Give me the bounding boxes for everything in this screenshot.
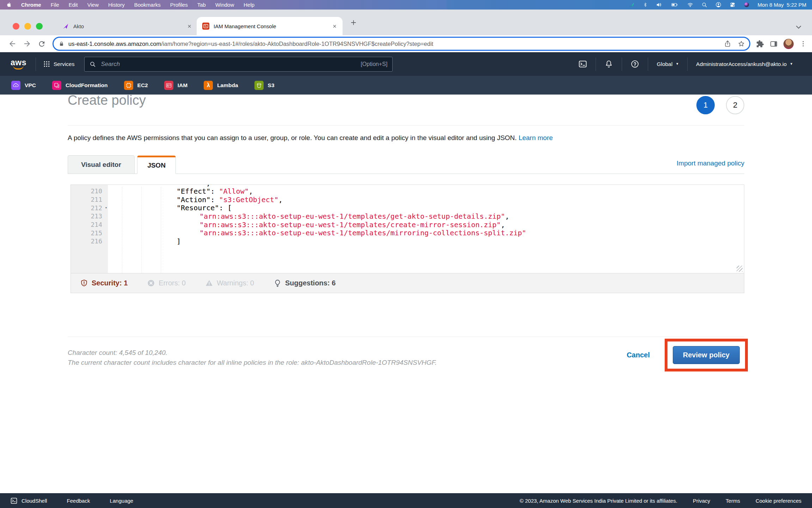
extensions-icon[interactable] [756,40,764,48]
search-input[interactable] [100,60,356,68]
cloudshell-icon [11,497,17,504]
footer-feedback[interactable]: Feedback [67,498,90,504]
chevron-down-icon: ▼ [790,62,793,66]
tab-visual-editor[interactable]: Visual editor [68,155,135,174]
code-line: 213 "arn:aws:s3:::akto-setup-eu-west-1/t… [71,212,744,220]
footer-privacy[interactable]: Privacy [693,498,710,504]
import-managed-policy-link[interactable]: Import managed policy [677,159,744,167]
notifications-bell-icon[interactable] [596,60,622,68]
battery-icon[interactable] [670,2,679,8]
lambda-icon: λ [204,81,213,90]
bookmark-star-icon[interactable] [738,40,745,48]
security-findings[interactable]: Security: 1 [80,279,128,287]
code-line: 212▾ "Resource": [ [71,204,744,212]
region-selector[interactable]: Global▼ [648,61,687,67]
help-icon[interactable] [622,60,648,68]
tab-search-chevron-icon[interactable] [796,25,801,29]
json-code-editor[interactable]: ", 210 "Effect": "Allow", 211 "Action": … [71,185,744,273]
url-path: /iam/home?region=us-east-1#/roles/akto-A… [161,41,433,47]
page-title: Create policy [68,95,744,109]
menubar-clock[interactable]: Mon 8 May 5:22 PM [758,2,806,8]
wizard-steps: 1 2 [696,96,744,114]
close-tab-icon[interactable] [332,24,337,29]
cloudshell-terminal-icon[interactable] [570,60,596,68]
new-tab-button[interactable] [350,19,357,26]
favorite-ec2[interactable]: EC2 [124,81,148,90]
reload-icon[interactable] [38,40,46,48]
iam-icon [164,81,173,90]
wifi-icon[interactable] [687,2,694,8]
aws-smile-icon [13,65,24,69]
menubar-item-profiles[interactable]: Profiles [170,2,188,8]
menubar-item-edit[interactable]: Edit [69,2,78,8]
close-tab-icon[interactable] [187,24,192,29]
editor-resize-handle[interactable] [737,266,743,272]
akto-favicon [62,23,69,30]
zoom-window-button[interactable] [36,23,43,30]
page-title-clip: Create policy [68,95,744,111]
iam-console-favicon [202,23,209,30]
forward-icon[interactable] [23,40,31,48]
chrome-menu-kebab-icon[interactable] [799,40,807,48]
ec2-icon [124,81,133,90]
cancel-link[interactable]: Cancel [627,351,650,359]
suggestions-count[interactable]: Suggestions: 6 [273,279,336,287]
raycast-icon[interactable] [744,2,750,8]
footer-cookie-preferences[interactable]: Cookie preferences [756,498,801,504]
spotlight-icon[interactable] [702,2,707,8]
bluetooth-icon[interactable] [643,2,648,8]
menubar-item-history[interactable]: History [108,2,125,8]
url-bar[interactable]: us-east-1.console.aws.amazon.com/iam/hom… [53,37,750,51]
aws-logo[interactable]: aws [11,59,26,69]
chrome-toolbar: us-east-1.console.aws.amazon.com/iam/hom… [0,35,812,52]
cloudformation-icon [52,81,61,90]
profile-avatar[interactable] [783,39,794,49]
services-menu[interactable]: Services [44,61,74,67]
menubar-item-file[interactable]: File [51,2,59,8]
code-line: 211 "Action": "s3:GetObject", [71,195,744,204]
footer-terms[interactable]: Terms [726,498,740,504]
menubar-item-view[interactable]: View [87,2,99,8]
menubar-item-bookmarks[interactable]: Bookmarks [134,2,161,8]
apple-menu-icon[interactable] [6,2,12,8]
error-circle-icon [147,279,155,287]
menubar-item-tab[interactable]: Tab [197,2,206,8]
footer-language[interactable]: Language [110,498,133,504]
editor-status-bar: Security: 1 Errors: 0 Warnings: 0 Sugges… [71,273,744,293]
favorite-vpc[interactable]: VPC [11,81,36,90]
favorite-lambda[interactable]: λ Lambda [204,81,238,90]
account-menu[interactable]: AdministratorAccess/ankush@akto.io▼ [688,61,801,67]
footer-cloudshell[interactable]: CloudShell [11,497,47,504]
tab-akto[interactable]: Akto [57,17,197,35]
s3-icon [254,81,264,90]
share-icon[interactable] [724,40,731,48]
code-fold-icon[interactable]: ▾ [105,206,107,210]
services-grid-icon [44,61,50,67]
menubar-item-window[interactable]: Window [215,2,234,8]
minimize-window-button[interactable] [24,23,31,30]
side-panel-icon[interactable] [770,40,778,48]
favorite-iam[interactable]: IAM [164,81,187,90]
volume-icon[interactable] [656,2,662,8]
tab-iam-console[interactable]: IAM Management Console [197,17,343,35]
review-policy-button[interactable]: Review policy [673,346,740,364]
menubar-item-chrome[interactable]: Chrome [21,2,41,8]
akto-status-icon[interactable] [629,2,635,8]
aws-search-box[interactable]: [Option+S] [84,57,393,72]
learn-more-link[interactable]: Learn more [518,134,553,141]
control-center-icon[interactable] [730,2,736,8]
code-line: 215 "arn:aws:s3:::akto-setup-eu-west-1/t… [71,229,744,237]
close-window-button[interactable] [13,23,19,30]
favorite-s3[interactable]: S3 [254,81,275,90]
step-2-indicator: 2 [726,96,744,114]
services-label: Services [54,61,74,67]
url-text: us-east-1.console.aws.amazon.com/iam/hom… [68,41,720,47]
errors-count: Errors: 0 [147,279,186,287]
chrome-tabstrip: Akto IAM Management Console [0,10,812,35]
back-icon[interactable] [8,40,17,48]
tab-json[interactable]: JSON [137,156,176,174]
macos-menubar: Chrome File Edit View History Bookmarks … [0,0,812,10]
menubar-item-help[interactable]: Help [244,2,254,8]
favorite-cloudformation[interactable]: CloudFormation [52,81,108,90]
user-account-icon[interactable] [715,2,721,8]
